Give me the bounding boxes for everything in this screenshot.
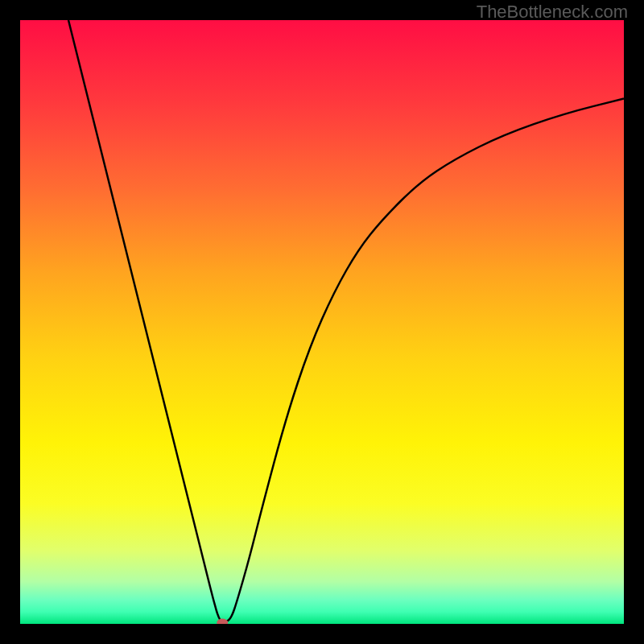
plot-area [20, 20, 624, 624]
chart-container: TheBottleneck.com [0, 0, 644, 644]
chart-svg [20, 20, 624, 624]
gradient-rect [20, 20, 624, 624]
watermark-text: TheBottleneck.com [477, 2, 628, 23]
